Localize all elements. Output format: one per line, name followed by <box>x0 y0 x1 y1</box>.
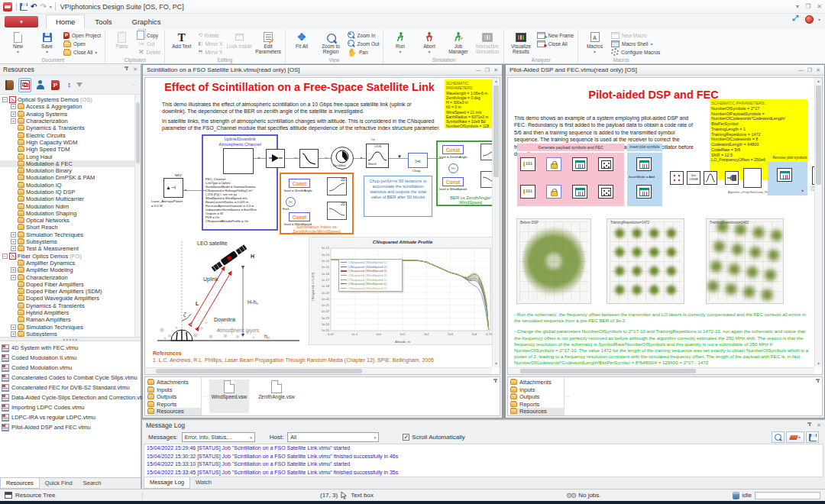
look-inside-button[interactable]: Look Inside <box>225 30 254 50</box>
tree-item[interactable]: −Dynamics & Transients <box>0 124 141 131</box>
ber-group[interactable]: Const level = ZenithAngle ✂ Const level … <box>436 141 500 206</box>
interactive-simulation-button[interactable]: Interactive Simulation <box>473 30 501 55</box>
photodiode-block[interactable] <box>266 149 285 168</box>
plot2d-block[interactable]: 2D <box>327 177 347 195</box>
tab-search[interactable]: Search <box>78 478 107 489</box>
expander-icon[interactable]: − <box>2 254 8 259</box>
message-log-list[interactable]: 15/04/2022 15:29:46 [STATUS] Job "Scinti… <box>144 444 823 477</box>
tree-item[interactable]: −Modulation IQ <box>0 182 141 189</box>
doc-minimize-icon[interactable]: — <box>798 67 804 73</box>
tab-home[interactable]: Home <box>46 15 85 29</box>
library-book-button[interactable] <box>3 78 16 92</box>
list-item[interactable]: Pilot-Aided DSP and FEC.vtmu <box>2 422 141 432</box>
zoom-to-region-button[interactable]: Zoom to Region <box>317 30 345 55</box>
doc-title-bar[interactable]: Pilot-Aided DSP and FEC.vtmu(read only) … <box>506 65 824 76</box>
zoom-in-button[interactable]: +Zoom In <box>346 31 381 39</box>
paste-button[interactable]: Paste <box>108 30 136 50</box>
tree-item[interactable]: −Modulation Ndim <box>0 202 141 209</box>
doc-canvas[interactable]: Effect of Scintillation on a Free-Space … <box>144 77 500 375</box>
tree-item[interactable]: +Amplifier Modeling <box>0 267 141 273</box>
mirror-x-button[interactable]: ◧Mirror X <box>196 40 224 47</box>
folder-item[interactable]: Reports <box>147 401 201 409</box>
job-manager-button[interactable]: Job Manager <box>444 30 472 55</box>
add-text-button[interactable]: TAdd Text <box>167 30 196 50</box>
dsp-block[interactable] <box>743 168 762 188</box>
new-button[interactable]: New▾ <box>4 30 32 54</box>
list-item[interactable]: LDPC-IRA vs regular LDPC.vtmu <box>2 412 141 422</box>
expander-icon[interactable]: + <box>11 118 16 124</box>
expander-icon[interactable]: + <box>11 232 16 237</box>
delete-button[interactable]: ✕Delete <box>137 48 162 56</box>
run-button[interactable]: Run▾ <box>386 30 414 54</box>
tree-item[interactable]: −Doped Fiber Amplifiers <box>0 281 141 288</box>
open-project-button[interactable]: POpen Project <box>62 31 102 39</box>
undo-icon[interactable]: ↶ <box>31 3 37 11</box>
tree-item[interactable]: +Test & Measurement <box>0 245 141 252</box>
macros-button[interactable]: AMacros▾ <box>581 30 609 54</box>
constellation-1472[interactable]: TrainingRepetitions=1472 <box>607 218 684 304</box>
tree-item[interactable]: −Long Haul <box>0 153 141 160</box>
tree-item[interactable]: −Hybrid Amplifiers <box>0 309 141 316</box>
folder-item[interactable]: Reports <box>510 401 564 409</box>
mirror-y-button[interactable]: ⬒Mirror Y <box>196 48 224 56</box>
new-frame-button[interactable]: +New Frame <box>535 31 575 39</box>
tree-item[interactable]: +Simulation Techniques <box>0 324 141 331</box>
panel-close-icon[interactable]: ✕ <box>133 66 138 73</box>
zoom-out-button[interactable]: -Zoom Out <box>346 40 381 47</box>
expander-icon[interactable]: − <box>2 97 8 102</box>
tree-item[interactable]: −Fiber Optics Demos (FO) <box>0 253 141 260</box>
tree-scrollbar[interactable] <box>134 95 141 337</box>
scope-block[interactable] <box>572 157 587 171</box>
doc-title-bar[interactable]: Scintillation on a FSO Satellite Link.vt… <box>143 65 502 76</box>
copy-button[interactable]: Copy <box>137 31 162 39</box>
panel-close-icon[interactable]: ✕ <box>817 422 821 428</box>
new-macro-button[interactable]: New Macro <box>610 31 662 39</box>
tree-item[interactable]: −Modulation Binary <box>0 167 141 174</box>
quick-save-icon[interactable] <box>20 3 28 11</box>
constellation-1462[interactable]: TrainingRepetitions=1462 <box>706 218 784 304</box>
tree-item[interactable]: +Access & Aggregation <box>0 103 141 110</box>
tree-item[interactable]: +Characterization <box>0 118 141 124</box>
tab-resources[interactable]: Resources <box>0 478 40 489</box>
visualize-results-button[interactable]: Visualize Results <box>506 30 535 55</box>
filter-icon[interactable] <box>76 82 82 87</box>
messages-filter-select[interactable]: Error, Info, Status,...▾ <box>182 432 255 442</box>
tree-item[interactable]: −Modulation & FEC <box>0 160 141 167</box>
insert-pilot-block[interactable] <box>636 185 652 199</box>
scintillation-index-group[interactable]: Const level = ZenithAngle ✂ Fork Const l… <box>280 173 354 234</box>
expander-icon[interactable]: + <box>11 246 16 251</box>
tree-item[interactable]: −Doped Fiber Amplifiers (SDM) <box>0 288 141 295</box>
expander-icon[interactable]: + <box>11 267 16 273</box>
folder-item[interactable]: Outputs <box>147 393 201 401</box>
tab-quick-find[interactable]: Quick Find <box>40 478 78 489</box>
tree-item[interactable]: −High Speed TDM <box>0 146 141 153</box>
list-item[interactable]: Concatenated FEC for DVB-S2 Standard.vtm… <box>2 383 141 393</box>
tree-item[interactable]: −Raman Amplifiers <box>0 316 141 323</box>
expander-icon[interactable]: + <box>11 325 16 330</box>
fork-block[interactable]: ✂ <box>286 197 296 207</box>
schematics-filter-button[interactable] <box>18 78 31 92</box>
tree-item[interactable]: −Amplifier Dynamics <box>0 260 141 267</box>
tree-item[interactable]: −Dynamics & Transients <box>0 302 141 309</box>
close-all-button[interactable]: Close All▾ <box>62 48 102 56</box>
tab-message-log[interactable]: Message Log <box>144 477 190 489</box>
app-menu-button[interactable]: ▼ <box>5 16 38 27</box>
laser-block[interactable]: ▲⊣ NRZ <box>163 178 183 198</box>
fork-block[interactable]: ✂ <box>448 163 458 173</box>
tree-item[interactable]: −Optical Networks <box>0 217 141 224</box>
tree-item[interactable]: −Doped Waveguide Amplifiers <box>0 295 141 302</box>
fullscreen-icon[interactable] <box>792 15 801 24</box>
abort-button[interactable]: Abort▾ <box>415 30 443 54</box>
tree-item[interactable]: +Subsystems <box>0 238 141 245</box>
expander-icon[interactable]: + <box>11 275 16 280</box>
set-osnr-block[interactable]: SetOSNR <box>687 171 700 185</box>
photonics-library-button[interactable]: P <box>49 78 62 92</box>
tab-watch[interactable]: Watch <box>190 477 217 489</box>
doc-close-icon[interactable]: ✕ <box>816 67 820 73</box>
tab-tools[interactable]: Tools <box>85 15 121 29</box>
list-item[interactable]: Importing LDPC Codes.vtmu <box>2 402 141 412</box>
prbs-block[interactable]: 101 <box>520 157 535 171</box>
list-item[interactable]: Coded Modulation II.vtmu <box>2 353 141 363</box>
const-block[interactable]: Const <box>442 145 464 154</box>
log-save-button[interactable] <box>806 431 819 443</box>
